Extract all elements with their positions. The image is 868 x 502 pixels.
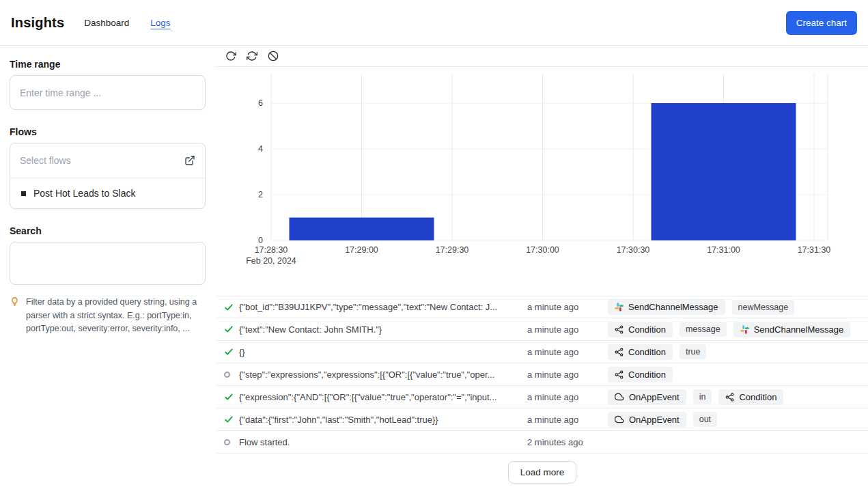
node-badge-label: OnAppEvent — [629, 415, 680, 425]
log-step-badges: Conditiontrue — [608, 344, 868, 360]
log-step-badges: OnAppEventinCondition — [608, 389, 868, 405]
log-step-badges: SendChannelMessagenewMessage — [608, 299, 868, 315]
node-badge-label: Condition — [628, 347, 666, 357]
log-table: {"bot_id":"B39UJ1KPV","type":"message","… — [216, 296, 868, 454]
svg-text:17:29:00: 17:29:00 — [345, 245, 378, 255]
cancel-refresh-button[interactable] — [266, 48, 281, 64]
node-badge-label: SendChannelMessage — [628, 302, 718, 312]
branch-icon — [615, 370, 624, 379]
log-message: {"step":"expressions","expressions":[{"O… — [239, 369, 527, 380]
log-timestamp: 2 minutes ago — [527, 437, 608, 447]
selected-flow-label: Post Hot Leads to Slack — [33, 188, 135, 199]
log-row[interactable]: {"expression":{"AND":[{"OR":[{"value":"t… — [216, 386, 868, 408]
chart-bar — [290, 218, 434, 241]
branch-node-badge: Condition — [608, 322, 673, 337]
refresh-button[interactable] — [223, 48, 238, 64]
ban-icon — [268, 51, 279, 61]
log-step-badges: Condition — [608, 367, 868, 382]
brand-title: Insights — [11, 15, 64, 31]
lightbulb-icon — [10, 296, 20, 336]
tab-dashboard[interactable]: Dashboard — [84, 18, 129, 28]
time-range-input[interactable] — [10, 75, 206, 110]
log-row[interactable]: {"bot_id":"B39UJ1KPV","type":"message","… — [216, 296, 868, 318]
cloud-node-badge: OnAppEvent — [608, 389, 686, 405]
log-timestamp: a minute ago — [527, 324, 608, 335]
success-check-icon — [224, 303, 239, 312]
flows-select-placeholder: Select flows — [20, 155, 71, 166]
branch-icon — [615, 325, 624, 334]
flows-select[interactable]: Select flows — [10, 143, 205, 178]
external-link-icon[interactable] — [184, 155, 195, 166]
log-step-badges: ConditionmessageSendChannelMessage — [608, 322, 868, 337]
cloud-icon — [615, 392, 624, 402]
slack-node-badge: SendChannelMessage — [608, 299, 725, 315]
log-timestamp: a minute ago — [527, 392, 608, 402]
cloud-node-badge: OnAppEvent — [608, 412, 686, 428]
selected-flow-item[interactable]: Post Hot Leads to Slack — [10, 178, 205, 208]
svg-text:Feb 20, 2024: Feb 20, 2024 — [246, 256, 296, 266]
time-range-label: Time range — [10, 59, 206, 70]
success-check-icon — [224, 324, 239, 334]
log-message: {"data":{"first":"John","last":"Smith","… — [239, 415, 527, 425]
logs-main-panel: 024617:28:3017:29:0017:29:3017:30:0017:3… — [216, 46, 868, 502]
svg-text:17:31:30: 17:31:30 — [798, 245, 831, 255]
header-tabs: Dashboard Logs — [84, 18, 170, 28]
log-timestamp: a minute ago — [527, 302, 608, 312]
branch-node-badge: Condition — [608, 344, 673, 360]
svg-text:17:31:00: 17:31:00 — [707, 245, 740, 255]
log-timestamp: a minute ago — [527, 347, 608, 357]
neutral-dot-icon — [224, 439, 239, 445]
port-badge: true — [680, 344, 707, 359]
branch-icon — [615, 348, 624, 357]
create-chart-button[interactable]: Create chart — [786, 11, 857, 35]
port-badge: in — [693, 389, 712, 404]
log-message: Flow started. — [239, 437, 527, 447]
auto-refresh-icon — [247, 51, 257, 61]
log-timestamp: a minute ago — [527, 369, 608, 380]
flows-label: Flows — [10, 126, 206, 137]
refresh-icon — [225, 51, 236, 61]
flow-bullet-icon — [21, 191, 26, 196]
log-message: {"text":"New Contact: John SMITH."} — [239, 324, 527, 335]
node-badge-label: SendChannelMessage — [754, 324, 844, 335]
success-check-icon — [224, 347, 239, 357]
logs-activity-chart: 024617:28:3017:29:0017:29:3017:30:0017:3… — [216, 68, 868, 273]
branch-node-badge: Condition — [718, 389, 783, 405]
neutral-dot-icon — [224, 372, 239, 378]
log-message: {"bot_id":"B39UJ1KPV","type":"message","… — [239, 302, 527, 312]
search-input[interactable] — [10, 242, 206, 285]
cloud-icon — [615, 415, 624, 424]
log-row[interactable]: {"step":"expressions","expressions":[{"O… — [216, 363, 868, 386]
tab-logs[interactable]: Logs — [150, 18, 170, 28]
top-header: Insights Dashboard Logs Create chart — [0, 0, 868, 46]
success-check-icon — [224, 392, 239, 402]
search-hint: Filter data by a provided query string, … — [10, 296, 201, 336]
svg-text:6: 6 — [258, 98, 263, 108]
port-badge: message — [680, 322, 727, 337]
search-hint-text: Filter data by a provided query string, … — [26, 296, 201, 336]
search-label: Search — [10, 225, 206, 236]
node-badge-label: Condition — [628, 324, 666, 335]
svg-text:2: 2 — [258, 190, 263, 199]
filters-sidebar: Time range Flows Select flows Post Hot L… — [0, 46, 216, 502]
svg-text:17:28:30: 17:28:30 — [255, 245, 288, 255]
log-row[interactable]: Flow started.2 minutes ago — [216, 431, 868, 454]
log-message: {"expression":{"AND":[{"OR":[{"value":"t… — [239, 392, 527, 402]
log-row[interactable]: {"text":"New Contact: John SMITH."}a min… — [216, 318, 868, 341]
log-message: {} — [239, 347, 527, 357]
svg-text:17:29:30: 17:29:30 — [436, 245, 469, 255]
success-check-icon — [224, 415, 239, 424]
chart-toolbar — [216, 46, 868, 67]
chart-bar — [652, 103, 796, 240]
log-row[interactable]: {}a minute agoConditiontrue — [216, 341, 868, 363]
node-badge-label: Condition — [739, 392, 776, 402]
svg-text:17:30:30: 17:30:30 — [617, 245, 650, 255]
node-badge-label: Condition — [628, 369, 666, 380]
auto-refresh-button[interactable] — [244, 48, 260, 64]
load-more-button[interactable]: Load more — [508, 461, 577, 484]
slack-icon — [740, 325, 749, 334]
flows-select-box: Select flows Post Hot Leads to Slack — [10, 143, 206, 209]
node-badge-label: OnAppEvent — [629, 392, 680, 402]
log-row[interactable]: {"data":{"first":"John","last":"Smith","… — [216, 408, 868, 431]
branch-icon — [725, 393, 734, 402]
